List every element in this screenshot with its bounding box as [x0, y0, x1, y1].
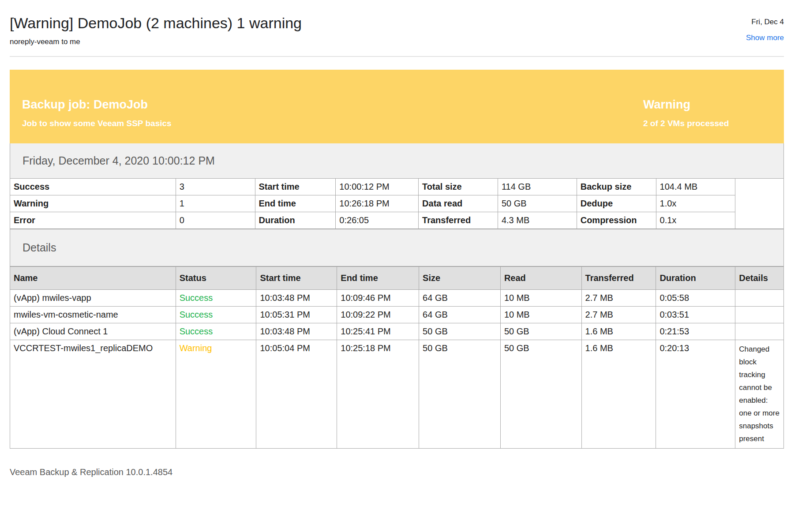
summary-value: 114 GB — [498, 179, 577, 195]
details-cell-duration: 0:21:53 — [656, 323, 735, 340]
details-cell-end: 10:25:41 PM — [337, 323, 419, 340]
details-column-header: Duration — [656, 267, 735, 290]
details-cell-status: Success — [176, 307, 256, 323]
details-cell-read: 50 GB — [500, 340, 581, 449]
email-subject: [Warning] DemoJob (2 machines) 1 warning — [10, 15, 302, 31]
summary-value: 1 — [176, 195, 255, 212]
details-row: (vApp) Cloud Connect 1Success10:03:48 PM… — [10, 323, 783, 340]
details-column-header: Status — [176, 267, 256, 290]
summary-label: Transferred — [419, 212, 498, 229]
details-column-header: Size — [419, 267, 501, 290]
summary-value: 10:00:12 PM — [336, 179, 419, 195]
summary-table: Success3Start time10:00:12 PMTotal size1… — [10, 179, 783, 229]
summary-value: 4.3 MB — [498, 212, 577, 229]
summary-label: Error — [10, 212, 176, 229]
summary-row: Warning1End time10:26:18 PMData read50 G… — [10, 195, 783, 212]
header-divider — [10, 56, 784, 57]
details-column-header: Read — [500, 267, 581, 290]
job-progress: 2 of 2 VMs processed — [643, 119, 772, 128]
summary-label: Duration — [255, 212, 336, 229]
details-row: (vApp) mwiles-vappSuccess10:03:48 PM10:0… — [10, 290, 783, 307]
details-cell-size: 50 GB — [419, 340, 501, 449]
email-header-left: [Warning] DemoJob (2 machines) 1 warning… — [10, 15, 302, 46]
job-status: Warning — [643, 98, 772, 112]
summary-value: 10:26:18 PM — [336, 195, 419, 212]
summary-value: 0.1x — [656, 212, 735, 229]
summary-row: Success3Start time10:00:12 PMTotal size1… — [10, 179, 783, 195]
email-date: Fri, Dec 4 — [746, 18, 784, 26]
details-cell-duration: 0:05:58 — [656, 290, 735, 307]
details-cell-read: 50 GB — [500, 323, 581, 340]
details-column-header: Details — [735, 267, 783, 290]
details-cell-name: (vApp) Cloud Connect 1 — [10, 323, 176, 340]
email-header: [Warning] DemoJob (2 machines) 1 warning… — [10, 0, 784, 46]
details-cell-start: 10:03:48 PM — [256, 323, 337, 340]
details-cell-transferred: 2.7 MB — [581, 307, 656, 323]
details-section-header: Details — [10, 229, 783, 266]
show-more-link[interactable]: Show more — [746, 34, 784, 42]
details-row: mwiles-vm-cosmetic-nameSuccess10:05:31 P… — [10, 307, 783, 323]
details-cell-duration: 0:20:13 — [656, 340, 735, 449]
summary-label: Dedupe — [577, 195, 656, 212]
details-cell-details — [735, 323, 783, 340]
details-cell-name: VCCRTEST-mwiles1_replicaDEMO — [10, 340, 176, 449]
details-table: NameStatusStart timeEnd timeSizeReadTran… — [10, 266, 783, 448]
details-row: VCCRTEST-mwiles1_replicaDEMOWarning10:05… — [10, 340, 783, 449]
banner-right: Warning 2 of 2 VMs processed — [643, 98, 772, 128]
details-cell-read: 10 MB — [500, 307, 581, 323]
app-version-footer: Veeam Backup & Replication 10.0.1.4854 — [10, 467, 784, 477]
details-column-header: Name — [10, 267, 176, 290]
summary-row: Error0Duration0:26:05Transferred4.3 MBCo… — [10, 212, 783, 229]
details-cell-start: 10:03:48 PM — [256, 290, 337, 307]
details-cell-details — [735, 307, 783, 323]
details-cell-status: Success — [176, 290, 256, 307]
summary-label: Success — [10, 179, 176, 195]
summary-value: 50 GB — [498, 195, 577, 212]
summary-label: Warning — [10, 195, 176, 212]
email-view: [Warning] DemoJob (2 machines) 1 warning… — [10, 0, 784, 477]
details-column-header: End time — [337, 267, 419, 290]
summary-value: 1.0x — [656, 195, 735, 212]
summary-label: End time — [255, 195, 336, 212]
details-cell-start: 10:05:04 PM — [256, 340, 337, 449]
job-status-banner: Backup job: DemoJob Job to show some Vee… — [10, 70, 784, 143]
details-cell-transferred: 1.6 MB — [581, 340, 656, 449]
summary-label: Backup size — [577, 179, 656, 195]
summary-label: Total size — [419, 179, 498, 195]
details-column-header: Start time — [256, 267, 337, 290]
summary-label: Start time — [255, 179, 336, 195]
details-cell-end: 10:09:22 PM — [337, 307, 419, 323]
details-cell-details — [735, 290, 783, 307]
details-cell-size: 64 GB — [419, 307, 501, 323]
details-cell-duration: 0:03:51 — [656, 307, 735, 323]
summary-value: 0 — [176, 212, 255, 229]
summary-label: Compression — [577, 212, 656, 229]
details-cell-details: Changed block tracking cannot be enabled… — [735, 340, 783, 449]
job-report: Friday, December 4, 2020 10:00:12 PM Suc… — [10, 143, 784, 449]
job-title: Backup job: DemoJob — [22, 98, 172, 112]
details-header-row: NameStatusStart timeEnd timeSizeReadTran… — [10, 267, 783, 290]
details-cell-size: 50 GB — [419, 323, 501, 340]
details-column-header: Transferred — [581, 267, 656, 290]
summary-spacer-cell — [735, 179, 783, 229]
banner-left: Backup job: DemoJob Job to show some Vee… — [22, 98, 172, 128]
details-cell-name: (vApp) mwiles-vapp — [10, 290, 176, 307]
details-cell-end: 10:09:46 PM — [337, 290, 419, 307]
details-cell-read: 10 MB — [500, 290, 581, 307]
summary-value: 104.4 MB — [656, 179, 735, 195]
email-from: noreply-veeam to me — [10, 37, 302, 46]
job-description: Job to show some Veeam SSP basics — [22, 119, 172, 128]
details-cell-transferred: 2.7 MB — [581, 290, 656, 307]
details-cell-status: Success — [176, 323, 256, 340]
summary-label: Data read — [419, 195, 498, 212]
session-date-header: Friday, December 4, 2020 10:00:12 PM — [10, 143, 783, 179]
details-cell-name: mwiles-vm-cosmetic-name — [10, 307, 176, 323]
summary-value: 0:26:05 — [336, 212, 419, 229]
details-cell-end: 10:25:18 PM — [337, 340, 419, 449]
email-header-right: Fri, Dec 4 Show more — [746, 15, 784, 42]
details-cell-transferred: 1.6 MB — [581, 323, 656, 340]
details-cell-start: 10:05:31 PM — [256, 307, 337, 323]
summary-value: 3 — [176, 179, 255, 195]
details-cell-size: 64 GB — [419, 290, 501, 307]
details-cell-status: Warning — [176, 340, 256, 449]
